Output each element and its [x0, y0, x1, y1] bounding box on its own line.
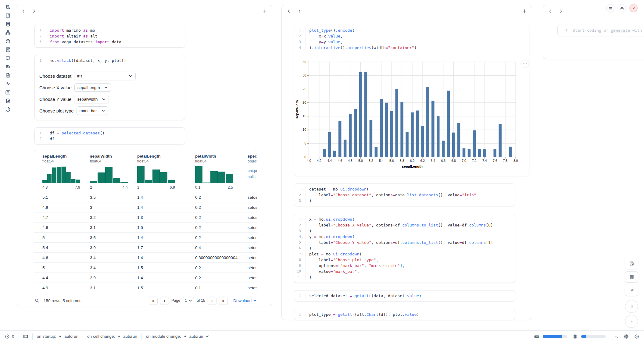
- search-icon[interactable]: [34, 298, 39, 303]
- sidebar-item-dependency-graph[interactable]: [5, 30, 11, 35]
- ai-sparkles-button[interactable]: [614, 334, 618, 339]
- chart-output[interactable]: 051015202530354.04.24.44.64.85.05.25.45.…: [294, 53, 529, 176]
- altair-bar-chart[interactable]: 051015202530354.04.24.44.64.85.05.25.45.…: [294, 57, 529, 170]
- column-move-right-button[interactable]: [32, 9, 36, 13]
- stop-button[interactable]: [625, 300, 638, 313]
- line-number: 5: [299, 240, 301, 245]
- column-move-right-button[interactable]: [297, 9, 302, 13]
- histogram-bar: [218, 172, 225, 183]
- sidebar-item-functions[interactable]: f: [5, 13, 11, 18]
- code-line: 7⌄plot = mo.ui.dropdown(: [294, 251, 515, 257]
- line-number: 1: [299, 216, 301, 222]
- page-select[interactable]: 1: [183, 297, 194, 304]
- code-editor[interactable]: 1df = selected_dataset()2df: [34, 127, 185, 144]
- code-editor[interactable]: 1plot_type = getattr(alt.Chart(df), plot…: [294, 309, 515, 320]
- dropdown-choose-dataset[interactable]: iris: [74, 72, 136, 80]
- code-editor[interactable]: 1⌄x = mo.ui.dropdown(2 label="Choose X v…: [294, 214, 515, 283]
- runtime-setting-on-cell-change[interactable]: on cell change:autorun: [87, 334, 137, 339]
- column-move-left-button[interactable]: [548, 9, 553, 13]
- table-row[interactable]: 4.73.21.30.2setosa: [34, 212, 257, 223]
- sidebar-item-scroll[interactable]: [5, 47, 11, 52]
- sidebar-item-chat[interactable]: [5, 55, 11, 61]
- close-button[interactable]: [629, 4, 638, 12]
- runtime-setting-on-startup[interactable]: on startup:autorun: [37, 334, 79, 339]
- sidebar-item-notepad[interactable]: [5, 98, 11, 104]
- fold-toggle[interactable]: ⌄: [301, 234, 304, 240]
- activity-sidebar: f?: [0, 0, 16, 330]
- sidebar-item-packages[interactable]: [5, 38, 11, 44]
- column-move-right-button[interactable]: [559, 9, 563, 13]
- scroll-icon: [5, 47, 11, 52]
- table-cell: 1.4: [129, 205, 187, 210]
- dropdown-choose-plot-type[interactable]: mark_bar: [77, 106, 108, 115]
- runtime-setting-on-module-change[interactable]: on module change:autorun: [146, 334, 209, 339]
- fold-toggle[interactable]: ⌄: [301, 186, 304, 192]
- dropdown-choose-y-value[interactable]: sepalWidth: [74, 95, 109, 103]
- code-editor[interactable]: 1mo.vstack([dataset, x, y, plot]): [35, 55, 185, 66]
- table-row[interactable]: 4.931.40.2setosa: [34, 202, 257, 212]
- table-column-header[interactable]: sepalLengthfloat644.37.9: [34, 154, 82, 190]
- connection-status-icon[interactable]: [634, 334, 639, 339]
- chart-bar: [375, 147, 378, 157]
- code-editor[interactable]: 1⌄dataset = mo.ui.dropdown(2 label="Choo…: [294, 183, 515, 206]
- add-column-button[interactable]: [522, 9, 527, 13]
- empty-code-editor[interactable]: 1 Start coding or generate with AI: [557, 25, 644, 36]
- sidebar-item-logs-search[interactable]: [5, 64, 11, 69]
- table-column-header[interactable]: petalWidthfloat640.12.5: [187, 154, 239, 190]
- sidebar-item-snippets[interactable]: [5, 73, 11, 78]
- activity-icon: [5, 81, 11, 87]
- next-page-button[interactable]: ›: [208, 297, 216, 305]
- table-row[interactable]: 53.41.50.2setosa: [34, 263, 257, 273]
- fold-toggle[interactable]: ⌄: [301, 251, 304, 257]
- chev-down-icon: [102, 97, 106, 101]
- layout-button[interactable]: [625, 271, 638, 283]
- code-editor[interactable]: 1selected_dataset = getattr(data, datase…: [294, 290, 515, 301]
- column-move-left-button[interactable]: [287, 9, 291, 13]
- play-button[interactable]: [625, 315, 638, 328]
- copilot-button[interactable]: [624, 334, 629, 339]
- table-cell: 3.4: [82, 265, 129, 270]
- add-column-button[interactable]: [263, 9, 267, 13]
- prev-page-button[interactable]: ‹: [160, 297, 169, 305]
- fold-toggle[interactable]: ⌄: [301, 27, 304, 33]
- generate-with-ai-link[interactable]: generate: [611, 28, 630, 33]
- table-row[interactable]: 4.93.11.50.1setosa: [34, 283, 257, 293]
- errors-indicator[interactable]: 0: [5, 334, 14, 339]
- terminal-button[interactable]: [23, 334, 28, 339]
- dropdown-choose-x-value[interactable]: sepalLength: [74, 83, 111, 92]
- table-row[interactable]: 5.13.51.40.2setosa: [34, 192, 257, 202]
- sidebar-item-code[interactable]: [5, 90, 11, 95]
- table-row[interactable]: 4.63.41.40.30000000000000004setosa: [34, 253, 257, 263]
- x-tick-label: 5.2: [369, 159, 373, 162]
- column-histogram: [42, 166, 80, 183]
- table-row[interactable]: 4.63.11.50.2setosa: [34, 223, 257, 233]
- chart-bar: [333, 151, 336, 157]
- fold-toggle[interactable]: ⌄: [301, 216, 304, 222]
- column-move-left-button[interactable]: [21, 9, 26, 13]
- table-column-header[interactable]: petalLengthfloat6416.9: [129, 154, 187, 190]
- code-editor[interactable]: 1⌄plot_type().encode(2 x=x.value,3 y=y.v…: [294, 25, 529, 53]
- table-row[interactable]: 4.42.91.40.2setosa: [34, 273, 257, 283]
- table-row[interactable]: 5.43.91.70.4setosa: [34, 243, 257, 253]
- table-column-header[interactable]: sepalWidthfloat6424.4: [82, 154, 129, 190]
- sidebar-item-activity[interactable]: [5, 81, 11, 87]
- line-number: 3: [299, 39, 301, 45]
- chart-menu-button[interactable]: [521, 59, 529, 68]
- table-row[interactable]: 53.61.40.2setosa: [34, 233, 257, 243]
- table-cell: 1.4: [129, 255, 187, 260]
- code-editor[interactable]: 1import marimo as mo2import altair as al…: [34, 25, 185, 48]
- command-button[interactable]: ⌘: [625, 285, 638, 296]
- sidebar-item-database[interactable]: [5, 21, 11, 27]
- save-button[interactable]: [625, 258, 638, 269]
- menu-button[interactable]: [606, 4, 614, 12]
- table-cell: setosa: [239, 215, 257, 220]
- first-page-button[interactable]: «: [149, 297, 158, 305]
- download-button[interactable]: Download: [233, 298, 257, 303]
- sidebar-item-file-tree[interactable]: [5, 4, 11, 10]
- control-row: Choose X valuesepalLength: [39, 83, 185, 92]
- plus-icon: [522, 9, 527, 13]
- last-page-button[interactable]: »: [219, 297, 228, 305]
- sidebar-item-help[interactable]: ?: [5, 107, 11, 112]
- gear-button[interactable]: [618, 4, 626, 12]
- table-column-header[interactable]: speciesobjectunique:nulls:: [239, 154, 257, 190]
